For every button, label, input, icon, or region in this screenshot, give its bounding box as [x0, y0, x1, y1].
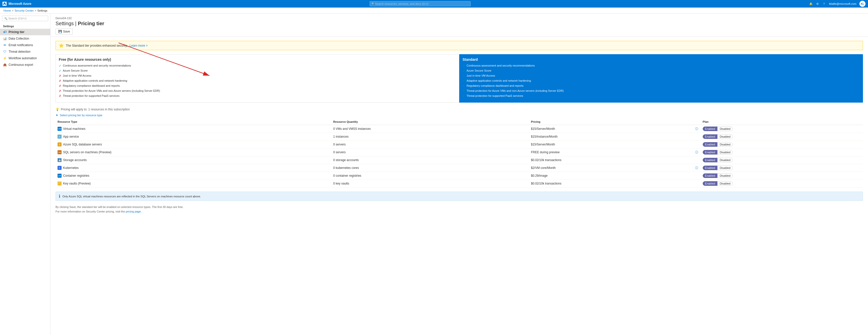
sqlm-info[interactable]: ⓘ [693, 148, 701, 156]
sql-name: Azure SQL database servers [63, 143, 102, 146]
sidebar-label-continuous-export: Continuous export [8, 63, 33, 67]
settings-icon[interactable]: ⚙ [815, 2, 819, 6]
sidebar-item-continuous-export[interactable]: 📤 Continuous export [0, 62, 50, 68]
std-check-icon-2: ✓ [463, 69, 465, 73]
sql-quantity: 0 servers [331, 141, 529, 148]
storage-quantity: 0 storage accounts [331, 156, 529, 164]
footer-text: By clicking Save, the standard tier will… [56, 205, 863, 214]
storage-resource-cell: 💾 Storage accounts [56, 156, 331, 164]
keyvault-enabled-btn[interactable]: Enabled [703, 181, 717, 186]
keyvault-plan-toggle: Enabled Disabled [703, 181, 861, 186]
sidebar-label-email-notifications: Email notifications [8, 43, 33, 47]
sql-enabled-btn[interactable]: Enabled [703, 142, 717, 147]
standard-tier-column: Standard ✓ Continuous assessment and sec… [459, 54, 863, 103]
sqlm-resource-cell: SM SQL servers on machines (Preview) [56, 148, 331, 156]
resource-table-body: VM Virtual machines 0 VMs and VMSS insta… [56, 125, 863, 188]
keyvault-name: Key vaults (Preview) [63, 182, 91, 185]
sidebar-item-pricing-tier[interactable]: 🏷 Pricing tier [0, 29, 50, 35]
pricing-lightbulb-icon: 💡 [56, 108, 59, 111]
note-icon: ℹ [59, 194, 60, 199]
collapse-chevron-icon: ▼ [56, 114, 58, 117]
container-enabled-btn[interactable]: Enabled [703, 173, 717, 178]
app-enabled-btn[interactable]: Enabled [703, 134, 717, 139]
sidebar-search-placeholder: Search (Ctrl+/) [8, 17, 27, 20]
sqlm-info-icon[interactable]: ⓘ [695, 150, 698, 154]
container-icon: CR [58, 174, 62, 178]
container-plan-toggle: Enabled Disabled [703, 173, 861, 178]
table-row: 💾 Storage accounts 0 storage accounts $0… [56, 156, 863, 164]
vm-disabled-btn[interactable]: Disabled [717, 127, 733, 131]
sql-info [693, 141, 701, 148]
k8s-info-icon[interactable]: ⓘ [695, 166, 698, 170]
collapse-section[interactable]: ▼ Select pricing tier by resource type [56, 114, 863, 117]
vm-enabled-btn[interactable]: Enabled [703, 127, 717, 131]
breadcrumb-home[interactable]: Home [3, 9, 11, 12]
app-name: App service [63, 135, 79, 138]
sidebar-label-workflow-automation: Workflow automation [8, 57, 37, 60]
banner-learn-more-link[interactable]: Learn more > [130, 44, 148, 47]
sql-disabled-btn[interactable]: Disabled [717, 142, 733, 147]
table-row: K Kubernetes 0 kubernetes cores $2/VM co… [56, 164, 863, 172]
std-feature-3: ✓ Just in time VM Access [463, 74, 860, 78]
topbar-search[interactable]: 🔍 Search resources, services, and docs (… [370, 1, 471, 6]
user-email[interactable]: tklalfe@microsoft.com [829, 2, 857, 5]
page-title-row: Settings | Pricing tier [56, 21, 863, 27]
avatar[interactable]: KL [860, 1, 866, 7]
k8s-icon: K [58, 166, 62, 170]
sidebar-search-container[interactable]: 🔍 Search (Ctrl+/) [2, 15, 48, 21]
app-quantity: 1 instances [331, 133, 529, 141]
info-banner: ⭐ The Standard tier provides enhanced se… [56, 41, 863, 50]
col-plan: Plan [701, 119, 863, 125]
sidebar-item-data-collection[interactable]: 📊 Data Collection [0, 35, 50, 42]
free-feature-1: ✓ Continuous assessment and security rec… [59, 64, 456, 68]
x-icon-7: ✗ [59, 94, 61, 98]
free-feature-5: ✗ Regulatory compliance dashboard and re… [59, 84, 456, 88]
keyvault-info [693, 180, 701, 188]
sqlm-name: SQL servers on machines (Preview) [63, 150, 112, 154]
sqlm-disabled-btn[interactable]: Disabled [717, 150, 733, 155]
keyvault-icon: 🔑 [58, 181, 62, 186]
k8s-disabled-btn[interactable]: Disabled [717, 166, 733, 170]
sqlm-enabled-btn[interactable]: Enabled [703, 150, 717, 155]
pricing-page-link[interactable]: pricing page [126, 210, 141, 213]
app-resource-cell: A App service [56, 133, 331, 141]
col-resource-quantity: Resource Quantity [331, 119, 529, 125]
sidebar-item-threat-detection[interactable]: 🛡 Threat detection [0, 48, 50, 55]
app-disabled-btn[interactable]: Disabled [717, 134, 733, 139]
x-icon-6: ✗ [59, 89, 61, 93]
vm-info[interactable]: ⓘ [693, 125, 701, 133]
main-layout: 🔍 Search (Ctrl+/) Settings 🏷 Pricing tie… [0, 13, 868, 335]
sidebar: 🔍 Search (Ctrl+/) Settings 🏷 Pricing tie… [0, 13, 51, 335]
sql-plan-toggle: Enabled Disabled [703, 142, 861, 147]
vm-info-icon[interactable]: ⓘ [695, 127, 698, 131]
breadcrumb-settings: Settings [37, 9, 48, 12]
keyvault-plan: Enabled Disabled [701, 180, 863, 188]
breadcrumb-sep1: > [12, 9, 13, 12]
sidebar-item-email-notifications[interactable]: ✉ Email notifications [0, 42, 50, 48]
resource-name: Demo04-13C [56, 16, 863, 20]
keyvault-disabled-btn[interactable]: Disabled [717, 181, 733, 186]
k8s-pricing: $2/VM core/Month [529, 164, 693, 172]
storage-pricing: $0.02/10k transactions [529, 156, 693, 164]
sidebar-item-workflow-automation[interactable]: ⚡ Workflow automation [0, 55, 50, 62]
save-button[interactable]: 💾 Save [56, 29, 73, 35]
topbar-icons: 🔔 ⚙ ? [809, 2, 826, 6]
container-info [693, 172, 701, 180]
k8s-info[interactable]: ⓘ [693, 164, 701, 172]
std-feature-7: ✓ Threat protection for supported PaaS s… [463, 94, 860, 98]
azure-logo [2, 2, 6, 6]
table-row: 🔑 Key vaults (Preview) 0 key vaults $0.0… [56, 180, 863, 188]
breadcrumb-security-center[interactable]: Security Center [14, 9, 34, 12]
pricing-label-text: Pricing will apply to: 1 resources in th… [61, 108, 130, 111]
storage-disabled-btn[interactable]: Disabled [717, 158, 733, 162]
k8s-resource-cell: K Kubernetes [56, 164, 331, 172]
k8s-enabled-btn[interactable]: Enabled [703, 166, 717, 170]
container-disabled-btn[interactable]: Disabled [717, 173, 733, 178]
threat-icon: 🛡 [3, 50, 6, 54]
notifications-icon[interactable]: 🔔 [809, 2, 813, 6]
topbar-left: Microsoft Azure [2, 2, 31, 6]
k8s-quantity: 0 kubernetes cores [331, 164, 529, 172]
storage-enabled-btn[interactable]: Enabled [703, 158, 717, 162]
note-text: Only Azure SQL virtual machines resource… [62, 195, 201, 198]
help-icon[interactable]: ? [822, 2, 826, 6]
